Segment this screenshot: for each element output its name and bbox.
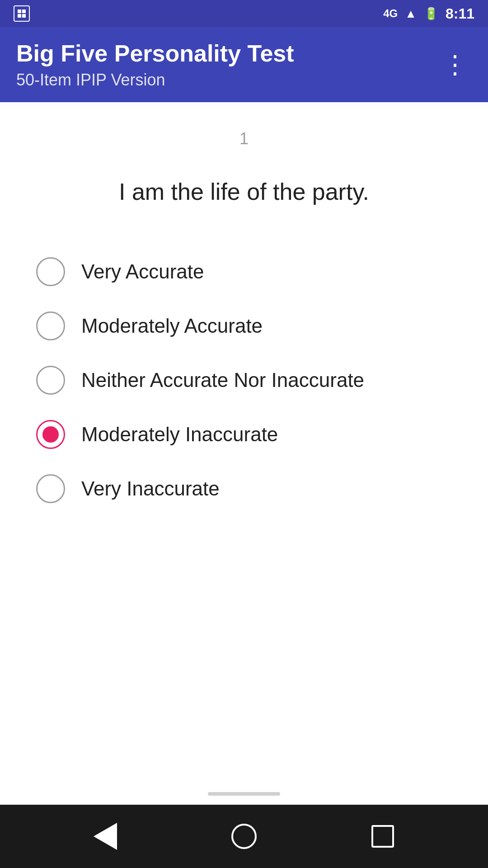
nav-back-button[interactable] [87,818,123,854]
radio-very-accurate[interactable] [36,257,65,286]
svg-rect-1 [22,9,26,13]
app-icon [14,5,30,22]
option-moderately-accurate[interactable]: Moderately Accurate [27,299,461,353]
menu-button[interactable]: ⋮ [439,52,472,77]
app-subtitle: 50-Item IPIP Version [16,71,294,90]
time-label: 8:11 [446,5,474,22]
svg-rect-2 [18,14,21,18]
network-type-label: 4G [383,7,398,20]
signal-icon: ▲ [405,7,417,21]
radio-very-inaccurate[interactable] [36,474,65,503]
nav-home-button[interactable] [226,818,262,854]
app-title: Big Five Personality Test [16,40,294,67]
app-bar: Big Five Personality Test 50-Item IPIP V… [0,27,488,102]
nav-recents-button[interactable] [365,818,401,854]
scroll-bar [208,792,280,796]
main-content: 1 I am the life of the party. Very Accur… [0,102,488,805]
option-moderately-inaccurate-label: Moderately Inaccurate [81,423,278,446]
option-neither[interactable]: Neither Accurate Nor Inaccurate [27,353,461,407]
question-text: I am the life of the party. [27,175,461,208]
question-number: 1 [239,129,249,148]
home-circle-icon [231,824,257,849]
option-moderately-inaccurate[interactable]: Moderately Inaccurate [27,407,461,462]
battery-icon: 🔋 [424,7,438,21]
options-list: Very Accurate Moderately Accurate Neithe… [27,245,461,516]
option-very-accurate-label: Very Accurate [81,260,204,283]
recents-square-icon [371,825,394,848]
radio-moderately-accurate[interactable] [36,311,65,340]
nav-bar [0,805,488,868]
status-bar: 4G ▲ 🔋 8:11 [0,0,488,27]
app-bar-text: Big Five Personality Test 50-Item IPIP V… [16,40,294,90]
option-moderately-accurate-label: Moderately Accurate [81,315,263,337]
svg-rect-0 [18,9,21,13]
back-triangle-icon [94,823,117,850]
option-very-accurate[interactable]: Very Accurate [27,245,461,299]
svg-rect-3 [22,14,26,18]
radio-moderately-inaccurate-dot [42,426,59,443]
radio-neither[interactable] [36,366,65,395]
status-bar-left [14,5,30,22]
scroll-indicator [208,783,280,805]
option-neither-label: Neither Accurate Nor Inaccurate [81,369,364,392]
status-bar-right: 4G ▲ 🔋 8:11 [383,5,474,22]
radio-moderately-inaccurate[interactable] [36,420,65,449]
option-very-inaccurate-label: Very Inaccurate [81,477,220,500]
option-very-inaccurate[interactable]: Very Inaccurate [27,462,461,516]
